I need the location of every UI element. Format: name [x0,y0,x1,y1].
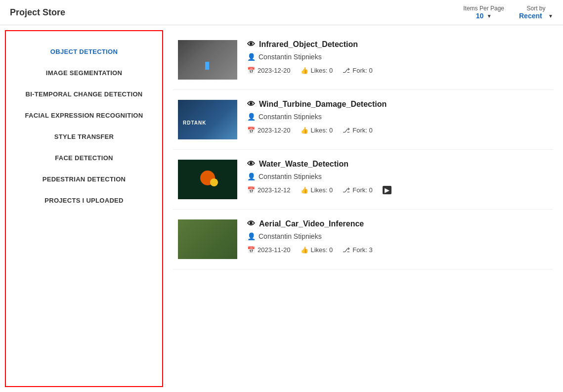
forks-value: Fork: 0 [352,127,372,134]
project-author-3: Constantin Stipnieks [247,173,548,180]
project-video-3[interactable] [383,186,391,194]
date-value: 2023-12-20 [258,127,291,134]
project-author-4: Constantin Stipnieks [247,232,548,240]
top-bar: Project Store Items Per Page 10 20 50 So… [0,0,563,25]
project-card-4: Aerial_Car_Video_InferenceConstantin Sti… [173,210,553,269]
sidebar-item-image-segmentation[interactable]: IMAGE SEGMENTATION [11,62,157,84]
page-wrapper: Project Store Items Per Page 10 20 50 So… [0,0,563,392]
eye-icon [247,40,255,49]
forks-value: Fork: 0 [352,67,372,74]
project-author-1: Constantin Stipnieks [247,53,548,61]
project-likes-1: Likes: 0 [301,67,333,74]
sort-by-select[interactable]: Recent Popular [519,12,553,20]
calendar-icon [247,246,255,254]
calendar-icon [247,127,255,134]
sidebar: OBJECT DETECTIONIMAGE SEGMENTATIONBI-TEM… [5,30,163,387]
author-name: Constantin Stipnieks [259,53,322,61]
person-icon [247,173,256,180]
person-icon [247,53,256,61]
project-date-4: 2023-11-20 [247,246,291,254]
project-date-3: 2023-12-12 [247,186,291,194]
project-thumbnail-4[interactable] [178,219,237,259]
project-meta-4: 2023-11-20Likes: 0Fork: 3 [247,246,548,254]
author-name: Constantin Stipnieks [259,173,322,180]
sidebar-item-bi-temporal[interactable]: BI-TEMPORAL CHANGE DETECTION [11,84,157,105]
project-meta-3: 2023-12-12Likes: 0Fork: 0 [247,186,548,194]
like-icon [301,67,308,74]
fork-icon [343,246,350,254]
sort-by-label: Sort by [526,5,545,12]
project-meta-2: 2023-12-20Likes: 0Fork: 0 [247,127,548,134]
project-likes-2: Likes: 0 [301,127,333,134]
project-forks-4: Fork: 3 [343,246,372,254]
sidebar-item-projects-uploaded[interactable]: PROJECTS I UPLOADED [11,190,157,211]
forks-value: Fork: 3 [352,246,372,254]
person-icon [247,113,256,121]
project-author-2: Constantin Stipnieks [247,113,548,121]
project-title-4[interactable]: Aerial_Car_Video_Inference [247,219,548,228]
date-value: 2023-12-20 [258,67,291,74]
project-forks-3: Fork: 0 [343,186,372,194]
fork-icon [343,186,350,194]
project-likes-4: Likes: 0 [301,246,333,254]
project-forks-1: Fork: 0 [343,67,372,74]
items-per-page-select-wrapper[interactable]: 10 20 50 [476,12,492,20]
sidebar-item-style-transfer[interactable]: STYLE TRANSFER [11,126,157,147]
project-card-1: Infrared_Object_DetectionConstantin Stip… [173,30,553,90]
person-icon [247,232,256,240]
project-forks-2: Fork: 0 [343,127,372,134]
sidebar-item-pedestrian-detection[interactable]: PEDESTRIAN DETECTION [11,169,157,190]
project-title-3[interactable]: Water_Waste_Detection [247,160,548,169]
date-value: 2023-12-12 [258,186,291,194]
project-info-4: Aerial_Car_Video_InferenceConstantin Sti… [247,219,548,254]
project-info-1: Infrared_Object_DetectionConstantin Stip… [247,40,548,74]
eye-icon [247,219,255,228]
items-per-page-select[interactable]: 10 20 50 [476,12,492,20]
page-title: Project Store [10,7,65,18]
date-value: 2023-11-20 [258,246,291,254]
sidebar-item-face-detection[interactable]: FACE DETECTION [11,147,157,169]
like-icon [301,246,308,254]
author-name: Constantin Stipnieks [259,232,322,240]
likes-value: Likes: 0 [311,67,333,74]
like-icon [301,186,308,194]
project-thumbnail-2[interactable] [178,100,237,139]
likes-value: Likes: 0 [311,127,333,134]
project-card-3: Water_Waste_DetectionConstantin Stipniek… [173,150,553,210]
project-info-3: Water_Waste_DetectionConstantin Stipniek… [247,160,548,194]
forks-value: Fork: 0 [352,186,372,194]
project-title-2[interactable]: Wind_Turbine_Damage_Detection [247,100,548,109]
fork-icon [343,67,350,74]
project-meta-1: 2023-12-20Likes: 0Fork: 0 [247,67,548,74]
project-info-2: Wind_Turbine_Damage_DetectionConstantin … [247,100,548,134]
calendar-icon [247,67,255,74]
main-content: OBJECT DETECTIONIMAGE SEGMENTATIONBI-TEM… [0,25,563,392]
sort-by-group: Sort by Recent Popular [519,5,553,20]
items-per-page-label: Items Per Page [463,5,504,12]
fork-icon [343,127,350,134]
top-bar-controls: Items Per Page 10 20 50 Sort by Recent P… [463,5,553,20]
eye-icon [247,100,255,109]
likes-value: Likes: 0 [311,186,333,194]
sidebar-item-object-detection[interactable]: OBJECT DETECTION [11,41,157,62]
project-thumbnail-3[interactable] [178,160,237,199]
project-card-2: Wind_Turbine_Damage_DetectionConstantin … [173,90,553,150]
sort-by-select-wrapper[interactable]: Recent Popular [519,12,553,20]
eye-icon [247,160,255,169]
project-title-1[interactable]: Infrared_Object_Detection [247,40,548,49]
project-thumbnail-1[interactable] [178,40,237,80]
video-icon [383,186,391,194]
like-icon [301,127,308,134]
project-date-1: 2023-12-20 [247,67,291,74]
project-date-2: 2023-12-20 [247,127,291,134]
project-likes-3: Likes: 0 [301,186,333,194]
calendar-icon [247,186,255,194]
sidebar-item-facial-expression[interactable]: FACIAL EXPRESSION RECOGNITION [11,105,157,126]
likes-value: Likes: 0 [311,246,333,254]
author-name: Constantin Stipnieks [259,113,322,121]
project-list: Infrared_Object_DetectionConstantin Stip… [163,25,563,392]
items-per-page-group: Items Per Page 10 20 50 [463,5,504,20]
